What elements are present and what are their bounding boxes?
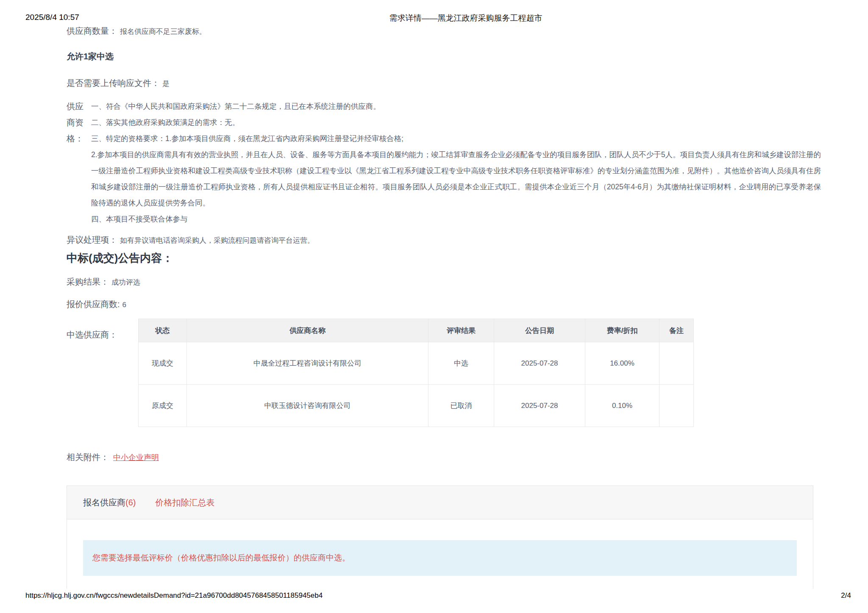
procurement-result-label: 采购结果：	[67, 277, 109, 286]
allow-winner-note: 允许1家中选	[67, 51, 114, 62]
qualification-item-2: 二、落实其他政府采购政策满足的需求：无。	[91, 114, 821, 130]
upload-response-label: 是否需要上传响应文件：	[67, 78, 160, 88]
supplier-count-value: 报名供应商不足三家废标。	[120, 28, 206, 36]
col-header-rate-discount: 费率/折扣	[585, 319, 659, 342]
supplier-qualification-label: 供应商资格：	[67, 98, 89, 147]
cell-status: 原成交	[139, 385, 187, 427]
supplier-qualification-block: 供应商资格： 一、符合《中华人民共和国政府采购法》第二十二条规定，且已在本系统注…	[67, 98, 821, 227]
qualification-item-3-detail: 2.参加本项目的供应商需具有有效的营业执照，并且在人员、设备、服务等方面具备本项…	[91, 147, 821, 211]
tab-price-deduction-summary[interactable]: 价格扣除汇总表	[155, 497, 214, 508]
col-header-remark: 备注	[659, 319, 694, 342]
tab-registered-suppliers-count: (6)	[125, 498, 136, 507]
cell-remark	[659, 385, 694, 427]
attachment-label: 相关附件：	[67, 452, 109, 462]
table-row: 原成交 中联玉德设计咨询有限公司 已取消 2025-07-28 0.10%	[139, 385, 694, 427]
col-header-status: 状态	[139, 319, 187, 342]
selection-notice-box: 您需要选择最低评标价（价格优惠扣除以后的最低报价）的供应商中选。	[83, 540, 797, 576]
bidder-count-line: 报价供应商数:6	[67, 299, 126, 310]
cell-review-result: 已取消	[428, 385, 494, 427]
print-page: { "header": { "timestamp": "2025/8/4 10:…	[0, 0, 868, 613]
cell-supplier-name: 中联玉德设计咨询有限公司	[187, 385, 428, 427]
page-title: 需求详情——黑龙江政府采购服务工程超市	[64, 13, 868, 24]
bidder-count-label: 报价供应商数:	[67, 300, 120, 309]
col-header-supplier-name: 供应商名称	[187, 319, 428, 342]
attachment-link[interactable]: 中小企业声明	[113, 453, 159, 462]
tab-registered-suppliers-label: 报名供应商	[83, 498, 125, 507]
print-footer-page-number: 2/4	[841, 591, 851, 600]
qualification-item-3: 三、特定的资格要求：1.参加本项目供应商，须在黑龙江省内政府采购网注册登记并经审…	[91, 130, 821, 147]
panel-tabstrip: 报名供应商(6) 价格扣除汇总表	[67, 486, 813, 519]
dispute-value: 如有异议请电话咨询采购人，采购流程问题请咨询平台运营。	[120, 236, 314, 244]
tab-registered-suppliers[interactable]: 报名供应商(6)	[83, 497, 136, 508]
qualification-item-1: 一、符合《中华人民共和国政府采购法》第二十二条规定，且已在本系统注册的供应商。	[91, 98, 821, 114]
supplier-count-line: 供应商数量：报名供应商不足三家废标。	[67, 25, 206, 37]
dispute-line: 异议处理项：如有异议请电话咨询采购人，采购流程问题请咨询平台运营。	[67, 234, 314, 246]
procurement-result-line: 采购结果：成功评选	[67, 276, 140, 288]
attachment-line: 相关附件：中小企业声明	[67, 452, 159, 463]
procurement-result-value: 成功评选	[111, 278, 140, 286]
selected-supplier-label: 中选供应商：	[67, 329, 117, 341]
cell-rate-discount: 16.00%	[585, 342, 659, 385]
col-header-announce-date: 公告日期	[494, 319, 585, 342]
upload-response-value: 是	[162, 80, 170, 88]
cell-rate-discount: 0.10%	[585, 385, 659, 427]
supplier-qualification-content: 一、符合《中华人民共和国政府采购法》第二十二条规定，且已在本系统注册的供应商。 …	[91, 98, 821, 227]
selection-notice-text: 您需要选择最低评标价（价格优惠扣除以后的最低报价）的供应商中选。	[92, 552, 350, 563]
supplier-count-label: 供应商数量：	[67, 26, 117, 36]
print-footer-url: https://hljcg.hlj.gov.cn/fwgccs/newdetai…	[25, 591, 323, 600]
cell-announce-date: 2025-07-28	[494, 385, 585, 427]
cell-review-result: 中选	[428, 342, 494, 385]
cell-status: 现成交	[139, 342, 187, 385]
cell-announce-date: 2025-07-28	[494, 342, 585, 385]
dispute-label: 异议处理项：	[67, 235, 117, 244]
bidders-panel: 报名供应商(6) 价格扣除汇总表 您需要选择最低评标价（价格优惠扣除以后的最低报…	[67, 485, 813, 589]
award-table: 状态 供应商名称 评审结果 公告日期 费率/折扣 备注 现成交 中晟全过程工程咨…	[138, 319, 694, 427]
bidder-count-value: 6	[122, 301, 126, 309]
award-table-header-row: 状态 供应商名称 评审结果 公告日期 费率/折扣 备注	[139, 319, 694, 342]
col-header-review-result: 评审结果	[428, 319, 494, 342]
cell-supplier-name: 中晟全过程工程咨询设计有限公司	[187, 342, 428, 385]
upload-response-line: 是否需要上传响应文件：是	[67, 78, 170, 89]
qualification-item-4: 四、本项目不接受联合体参与	[91, 211, 821, 227]
table-row: 现成交 中晟全过程工程咨询设计有限公司 中选 2025-07-28 16.00%	[139, 342, 694, 385]
cell-remark	[659, 342, 694, 385]
award-section-heading: 中标(成交)公告内容：	[67, 251, 173, 266]
